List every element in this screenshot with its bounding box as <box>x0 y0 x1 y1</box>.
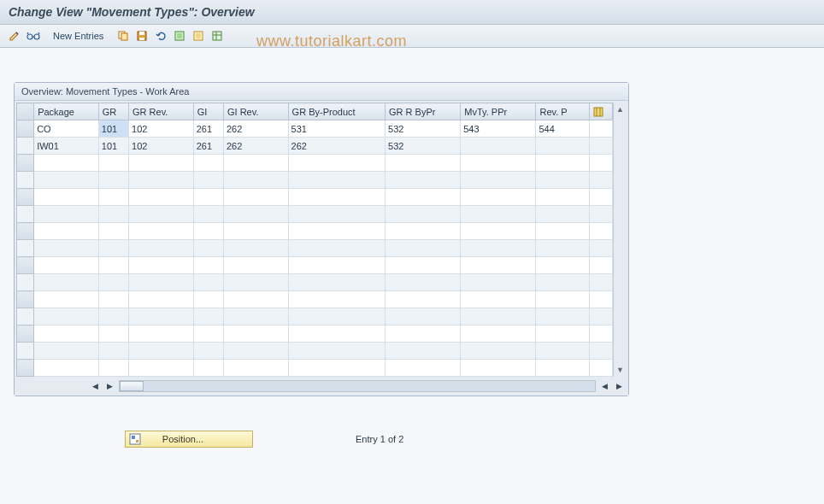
cell-gr_rev[interactable]: 102 <box>129 138 194 155</box>
col-gi-rev[interactable]: GI Rev. <box>223 103 288 120</box>
cell-gi[interactable] <box>193 291 223 308</box>
cell-gr_r_byp[interactable] <box>386 206 461 223</box>
undo-icon[interactable] <box>153 28 168 44</box>
cell-gr_r_byp[interactable]: 532 <box>386 120 461 138</box>
cell-gr_r_byp[interactable] <box>386 291 461 308</box>
cell-gi[interactable] <box>193 308 223 325</box>
cell-package[interactable] <box>34 291 99 308</box>
vertical-scrollbar[interactable]: ▲ ▼ <box>613 103 627 377</box>
cell-gr_byp[interactable] <box>288 325 385 343</box>
cell-gi[interactable] <box>193 206 223 223</box>
cell-package[interactable] <box>34 155 99 172</box>
col-gr-r-bypr[interactable]: GR R ByPr <box>386 103 461 120</box>
row-selector[interactable] <box>17 155 34 172</box>
col-package[interactable]: Package <box>34 103 99 120</box>
cell-gr[interactable] <box>98 240 128 257</box>
row-selector[interactable] <box>17 223 34 240</box>
cell-mvty_ppr[interactable] <box>461 360 536 377</box>
row-selector[interactable] <box>17 291 34 308</box>
cell-gr[interactable]: 101 <box>98 120 128 138</box>
row-selector[interactable] <box>17 172 34 189</box>
cell-gr_byp[interactable] <box>288 257 385 274</box>
cell-mvty_ppr[interactable] <box>461 155 536 172</box>
cell-gi[interactable] <box>193 189 223 206</box>
cell-gi_rev[interactable] <box>223 240 288 257</box>
cell-package[interactable]: IW01 <box>34 138 99 155</box>
cell-gr_rev[interactable] <box>129 172 194 189</box>
cell-rev_p[interactable] <box>536 206 590 223</box>
cell-rev_p[interactable] <box>536 274 590 291</box>
cell-package[interactable] <box>34 274 99 291</box>
cell-gr_byp[interactable] <box>288 291 385 308</box>
table-settings-icon[interactable] <box>209 28 225 44</box>
cell-rev_p[interactable] <box>536 360 590 377</box>
cell-gi_rev[interactable] <box>223 360 288 377</box>
cell-mvty_ppr[interactable] <box>461 223 536 240</box>
cell-gi_rev[interactable] <box>223 155 288 172</box>
cell-gr[interactable]: 101 <box>98 138 128 155</box>
cell-gr_rev[interactable]: 102 <box>129 120 194 138</box>
cell-gr_rev[interactable] <box>129 155 194 172</box>
cell-package[interactable] <box>34 343 99 360</box>
cell-rev_p[interactable] <box>536 257 590 274</box>
row-selector[interactable] <box>17 343 34 360</box>
cell-gi[interactable]: 261 <box>193 120 223 138</box>
row-selector[interactable] <box>17 325 34 343</box>
cell-gr[interactable] <box>98 274 128 291</box>
select-all-icon[interactable] <box>172 28 187 44</box>
row-selector[interactable] <box>17 257 34 274</box>
scroll-right-icon[interactable]: ◀ <box>599 382 610 390</box>
cell-gi[interactable] <box>193 155 223 172</box>
row-selector[interactable] <box>17 206 34 223</box>
cell-rev_p[interactable] <box>536 172 590 189</box>
cell-gr[interactable] <box>98 223 128 240</box>
cell-mvty_ppr[interactable] <box>461 325 536 343</box>
col-gr[interactable]: GR <box>98 103 128 120</box>
cell-package[interactable] <box>34 325 99 343</box>
configure-columns-icon[interactable] <box>590 103 613 120</box>
cell-gi_rev[interactable] <box>223 291 288 308</box>
col-mvty-ppr[interactable]: MvTy. PPr <box>461 103 536 120</box>
col-gr-rev[interactable]: GR Rev. <box>129 103 194 120</box>
cell-gr[interactable] <box>98 360 128 377</box>
cell-rev_p[interactable] <box>536 138 590 155</box>
cell-gi[interactable] <box>193 223 223 240</box>
cell-gi_rev[interactable]: 262 <box>223 138 288 155</box>
new-entries-button[interactable]: New Entries <box>48 29 109 43</box>
cell-package[interactable] <box>34 172 99 189</box>
cell-gr[interactable] <box>98 206 128 223</box>
cell-gr_byp[interactable]: 262 <box>288 138 385 155</box>
cell-gr_rev[interactable] <box>129 189 194 206</box>
scroll-track[interactable] <box>119 380 596 392</box>
cell-mvty_ppr[interactable]: 543 <box>461 120 536 138</box>
position-button[interactable]: Position... <box>125 431 253 448</box>
cell-gi[interactable] <box>193 274 223 291</box>
row-selector[interactable] <box>17 360 34 377</box>
cell-gr_rev[interactable] <box>129 240 194 257</box>
cell-gr_byp[interactable] <box>288 172 385 189</box>
cell-gi[interactable] <box>193 325 223 343</box>
cell-mvty_ppr[interactable] <box>461 172 536 189</box>
cell-gr_byp[interactable] <box>288 206 385 223</box>
scroll-first-icon[interactable]: ◀ <box>90 382 101 390</box>
row-selector[interactable] <box>17 120 34 138</box>
horizontal-scrollbar[interactable]: ◀ ▶ ◀ ▶ <box>15 378 628 396</box>
cell-rev_p[interactable] <box>536 325 590 343</box>
cell-gr_r_byp[interactable] <box>386 325 461 343</box>
cell-gr_r_byp[interactable]: 532 <box>386 138 461 155</box>
cell-package[interactable] <box>34 206 99 223</box>
cell-gr_r_byp[interactable] <box>386 240 461 257</box>
row-selector[interactable] <box>17 240 34 257</box>
row-selector[interactable] <box>17 138 34 155</box>
cell-mvty_ppr[interactable] <box>461 189 536 206</box>
cell-package[interactable] <box>34 360 99 377</box>
cell-mvty_ppr[interactable] <box>461 308 536 325</box>
cell-gr_byp[interactable] <box>288 360 385 377</box>
copy-icon[interactable] <box>115 28 131 44</box>
cell-gr_rev[interactable] <box>129 343 194 360</box>
col-gi[interactable]: GI <box>193 103 223 120</box>
cell-gr[interactable] <box>98 343 128 360</box>
cell-gr_byp[interactable] <box>288 223 385 240</box>
cell-gr_byp[interactable] <box>288 155 385 172</box>
cell-gi[interactable] <box>193 172 223 189</box>
